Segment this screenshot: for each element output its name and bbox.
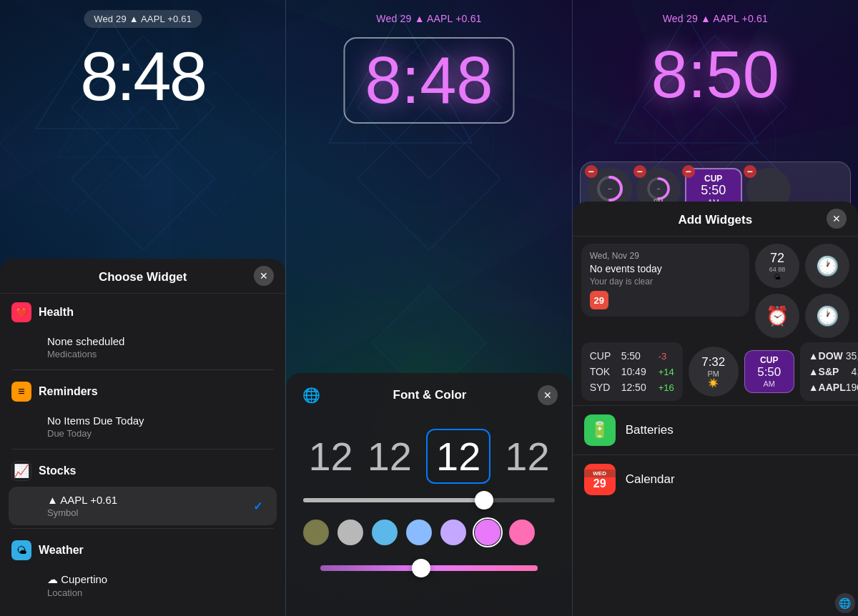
- clock-2: 8:48: [365, 43, 493, 118]
- widget-item-cupertino[interactable]: ☁ Cupertino Location: [9, 566, 277, 605]
- tok-city: TOK: [590, 366, 616, 377]
- calendar-section[interactable]: WED 29 Calendar: [573, 454, 858, 504]
- cup-time: 5:50: [701, 184, 726, 198]
- health-icon: ❤️: [11, 302, 31, 322]
- color-swatch-gray[interactable]: [337, 520, 363, 545]
- cup-diff: -3: [659, 351, 667, 362]
- add-widgets-title: Add Widgets: [678, 213, 752, 227]
- small-widgets-col: 72 64 88 🌤 ⏰: [755, 244, 799, 338]
- widget-item-reminders[interactable]: No Items Due Today Due Today: [9, 407, 277, 446]
- dow-val: 35,417: [846, 350, 858, 362]
- alarm-widget[interactable]: ⏰: [755, 294, 799, 338]
- minus-cup[interactable]: −: [682, 165, 695, 178]
- temp-value: 72: [770, 251, 784, 266]
- health-section-name: Health: [39, 306, 74, 319]
- temperature-widget[interactable]: 72 64 88 🌤: [755, 244, 799, 288]
- cup-city: CUP: [590, 350, 616, 362]
- color-swatch-lavender[interactable]: [440, 520, 466, 545]
- stocks-section-name: Stocks: [39, 465, 76, 477]
- choose-widget-title: Choose Widget: [99, 270, 187, 284]
- section-header-health: ❤️ Health: [0, 294, 285, 327]
- font-sample-rounded[interactable]: 12: [505, 433, 549, 480]
- batteries-section[interactable]: 🔋 Batteries: [573, 405, 858, 454]
- clock-1: 8:48: [80, 37, 205, 116]
- font-color-close[interactable]: ✕: [538, 385, 558, 405]
- syd-city: SYD: [590, 382, 616, 393]
- clocks-stocks-row: CUP 5:50 -3 TOK 10:49 +14 SYD 12:50 +16: [573, 342, 858, 405]
- globe-button[interactable]: 🌐: [300, 384, 322, 406]
- divider-2: [11, 449, 274, 449]
- cupertino-subtitle: Location: [47, 587, 265, 598]
- minus-last[interactable]: −: [744, 165, 756, 178]
- font-sample-selected[interactable]: 12: [426, 429, 490, 484]
- color-slider-thumb[interactable]: [412, 559, 430, 577]
- status-text-2: Wed 29 ▲ AAPL +0.61: [376, 13, 481, 24]
- clock-widget-2[interactable]: 🕐: [805, 294, 849, 338]
- section-header-weather: 🌤 Weather: [0, 532, 285, 565]
- sp-name: ▲S&P: [809, 366, 839, 377]
- top-widgets-row: Wed, Nov 29 No events today Your day is …: [573, 237, 858, 342]
- add-widgets-header: Add Widgets ✕: [573, 202, 858, 237]
- section-header-stocks: 📈 Stocks: [0, 452, 285, 485]
- cup2-label: CUP: [760, 355, 778, 365]
- temp-range: 64 88: [769, 266, 786, 273]
- svg-text:--: --: [608, 185, 612, 192]
- medications-subtitle: Medications: [47, 349, 265, 359]
- font-sample-light[interactable]: 12: [368, 433, 412, 480]
- status-bar-1: Wed 29 ▲ AAPL +0.61: [84, 10, 202, 28]
- dow-row: ▲DOW 35,417: [809, 348, 858, 364]
- calendar-date: Wed, Nov 29: [590, 251, 741, 261]
- reminders-section-name: Reminders: [39, 385, 98, 398]
- tok-time: 10:49: [621, 366, 653, 377]
- add-widgets-close[interactable]: ✕: [827, 209, 847, 229]
- font-sample-thin[interactable]: 12: [308, 433, 352, 480]
- pm-clock-widget[interactable]: 7:32 PM ☀️: [689, 347, 739, 397]
- widget-item-conditions[interactable]: ☁ 72° Conditions: [9, 607, 277, 616]
- syd-row: SYD 12:50 +16: [590, 379, 674, 395]
- alarm-icon: ⏰: [766, 305, 789, 327]
- brightness-track: [303, 498, 554, 502]
- cup-clock-time: 5:50: [621, 350, 653, 362]
- dow-name: ▲DOW: [809, 350, 843, 362]
- status-bar-2: Wed 29 ▲ AAPL +0.61: [376, 13, 481, 24]
- brightness-slider-container: [286, 495, 571, 514]
- color-swatch-hotpink[interactable]: [509, 520, 535, 545]
- temp-icon: 🌤: [774, 273, 781, 281]
- syd-diff: +16: [659, 382, 674, 393]
- reminders-icon: ≡: [11, 382, 31, 402]
- choose-widget-close[interactable]: ✕: [254, 266, 274, 286]
- small-widgets-col2: 🕐 🕐: [805, 244, 849, 338]
- color-swatch-pink[interactable]: [475, 520, 500, 545]
- calendar-main: No events today: [590, 263, 741, 274]
- pm-sun-icon: ☀️: [708, 378, 719, 388]
- status-text-3: Wed 29 ▲ AAPL +0.61: [663, 13, 768, 24]
- checkmark-icon: ✓: [253, 500, 262, 513]
- medications-title: None scheduled: [47, 335, 265, 347]
- minus-aqi[interactable]: −: [585, 165, 598, 178]
- status-text-1: Wed 29 ▲ AAPL +0.61: [94, 14, 192, 24]
- weather-icon: 🌤: [11, 540, 31, 560]
- color-swatch-lightblue[interactable]: [406, 520, 432, 545]
- widget-list: ❤️ Health None scheduled Medications ≡ R…: [0, 294, 285, 616]
- stocks-icon: 📈: [11, 461, 31, 481]
- clock-icon-1: 🕐: [816, 255, 839, 277]
- calendar-icon-row: 29: [590, 291, 741, 309]
- pm-suffix: PM: [707, 369, 719, 378]
- batteries-icon: 🔋: [584, 414, 616, 446]
- color-swatch-olive[interactable]: [303, 520, 329, 545]
- choose-widget-header: Choose Widget ✕: [0, 259, 285, 294]
- cup-widget-2[interactable]: CUP 5:50 AM: [744, 350, 794, 393]
- minus-pm[interactable]: −: [633, 165, 646, 178]
- panel-3: Wed 29 ▲ AAPL +0.61 8:50 − -- AQI: [573, 0, 858, 616]
- cupertino-title: ☁ Cupertino: [47, 573, 265, 586]
- clock-widget-1[interactable]: 🕐: [805, 244, 849, 288]
- status-bar-3: Wed 29 ▲ AAPL +0.61: [663, 13, 768, 24]
- choose-widget-panel: Choose Widget ✕ ❤️ Health None scheduled…: [0, 259, 285, 616]
- color-swatches-row: [286, 514, 571, 551]
- brightness-thumb[interactable]: [475, 491, 493, 510]
- widget-item-aapl[interactable]: ▲ AAPL +0.61 Symbol ✓: [9, 487, 277, 525]
- add-widgets-panel: Add Widgets ✕ Wed, Nov 29 No events toda…: [573, 202, 858, 616]
- color-swatch-blue[interactable]: [372, 520, 398, 545]
- widget-item-medications[interactable]: None scheduled Medications: [9, 328, 277, 367]
- batteries-label: Batteries: [626, 423, 674, 437]
